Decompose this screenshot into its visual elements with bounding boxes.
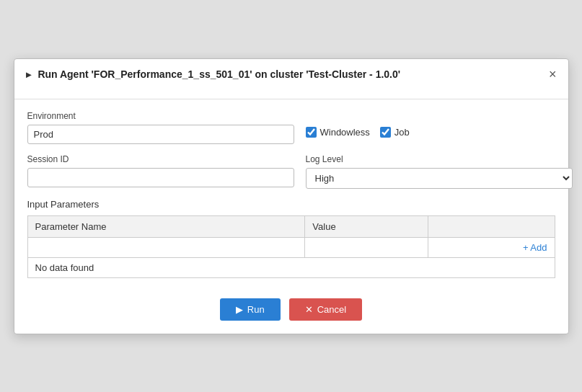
environment-group: Environment (27, 111, 294, 144)
session-id-label: Session ID (27, 154, 294, 164)
table-header-row: Parameter Name Value (27, 215, 555, 237)
params-table: Parameter Name Value + Add No data (27, 215, 555, 278)
run-icon: ▶ (236, 304, 243, 315)
log-level-group: Log Level Low Medium High Debug (306, 154, 573, 189)
session-id-group: Session ID (27, 154, 294, 187)
cancel-icon: ✕ (305, 304, 313, 315)
session-id-input[interactable] (27, 168, 294, 187)
run-label: Run (247, 304, 265, 315)
environment-row: Environment Windowless Job (27, 111, 555, 144)
log-level-select[interactable]: Low Medium High Debug (306, 168, 573, 189)
add-button[interactable]: + Add (523, 242, 547, 253)
title-row: ► Run Agent 'FOR_Performance_1_ss_501_01… (25, 68, 542, 82)
dialog-footer: ▶ Run ✕ Cancel (14, 288, 568, 334)
expand-icon: ► (25, 69, 34, 80)
no-data-row: No data found (27, 257, 555, 277)
add-param-cell (27, 237, 305, 257)
job-label[interactable]: Job (380, 127, 410, 138)
close-button[interactable]: × (547, 68, 558, 81)
dialog-title: Run Agent 'FOR_Performance_1_ss_501_01' … (38, 68, 400, 82)
add-row: + Add (27, 237, 555, 257)
col-param-name: Parameter Name (27, 215, 305, 237)
add-value-cell (305, 237, 428, 257)
session-row: Session ID Log Level Low Medium High Deb… (27, 154, 555, 189)
run-agent-dialog: ► Run Agent 'FOR_Performance_1_ss_501_01… (14, 58, 569, 334)
windowless-label[interactable]: Windowless (306, 127, 370, 138)
environment-label: Environment (27, 111, 294, 121)
dialog-body: Environment Windowless Job Session ID (14, 99, 568, 288)
job-checkbox[interactable] (380, 127, 391, 138)
dialog-header: ► Run Agent 'FOR_Performance_1_ss_501_01… (14, 59, 568, 99)
cancel-label: Cancel (317, 304, 346, 315)
checkbox-group: Windowless Job (306, 127, 410, 138)
windowless-checkbox[interactable] (306, 127, 317, 138)
add-action-cell: + Add (428, 237, 555, 257)
run-button[interactable]: ▶ Run (220, 298, 281, 321)
section-label: Input Parameters (27, 199, 555, 210)
cancel-button[interactable]: ✕ Cancel (289, 298, 362, 321)
environment-input[interactable] (27, 125, 294, 144)
col-action (428, 215, 555, 237)
no-data-cell: No data found (27, 257, 555, 277)
log-level-label: Log Level (306, 154, 573, 164)
col-value: Value (305, 215, 428, 237)
input-parameters-section: Input Parameters Parameter Name Value + … (27, 199, 555, 278)
